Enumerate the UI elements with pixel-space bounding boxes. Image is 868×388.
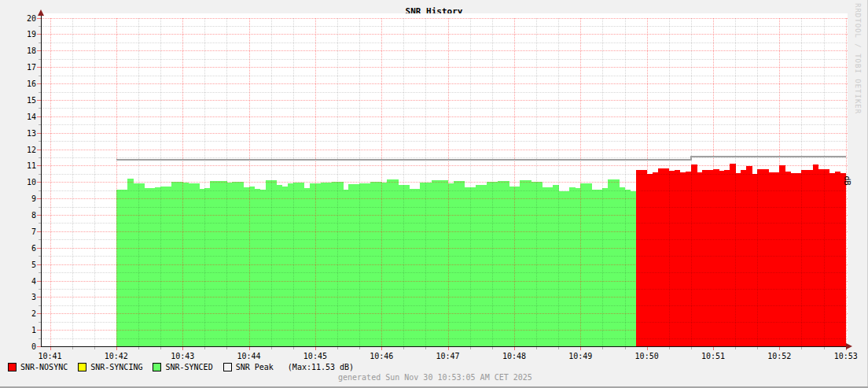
x-axis-line — [41, 346, 848, 347]
minor-gridline-h — [42, 190, 848, 191]
minor-gridline-h — [42, 174, 848, 175]
legend-item-synced: SNR-SYNCED — [153, 363, 212, 371]
x-minor-tick — [425, 347, 426, 349]
major-gridline-h — [42, 18, 848, 19]
x-minor-tick — [669, 347, 670, 349]
minor-gridline-h — [42, 42, 848, 43]
minor-gridline-h — [42, 76, 848, 76]
minor-gridline-h — [42, 108, 848, 109]
snr-peak-line — [116, 159, 691, 161]
x-tick-label: 10:45 — [303, 352, 327, 360]
major-gridline-h — [42, 281, 848, 282]
x-minor-tick — [226, 347, 227, 349]
x-minor-tick — [691, 347, 692, 349]
minor-gridline-h — [42, 26, 848, 27]
y-tick-label: 17 — [11, 63, 36, 72]
minor-gridline-v — [801, 18, 802, 346]
major-gridline-h — [42, 133, 848, 134]
y-tick-label: 6 — [11, 244, 36, 253]
major-gridline-v — [381, 18, 382, 346]
x-minor-tick — [359, 347, 360, 349]
x-major-tick — [514, 347, 515, 350]
major-gridline-h — [42, 50, 848, 51]
x-minor-tick — [625, 347, 626, 349]
minor-gridline-h — [42, 239, 848, 240]
major-gridline-h — [42, 231, 848, 232]
rrdtool-snr-graph: SNR History 0123456789101112131415161718… — [0, 0, 868, 388]
x-tick-label: 10:49 — [568, 352, 592, 360]
minor-gridline-h — [42, 338, 848, 339]
x-major-tick — [647, 347, 648, 350]
minor-gridline-h — [42, 92, 848, 93]
x-minor-tick — [403, 347, 404, 349]
x-major-tick — [713, 347, 714, 350]
minor-gridline-v — [72, 18, 73, 346]
major-gridline-v — [647, 18, 648, 346]
legend-item-syncing: SNR-SYNCING — [78, 363, 142, 371]
legend-label-peak: SNR Peak — [236, 363, 274, 371]
major-gridline-v — [249, 18, 250, 346]
minor-gridline-v — [160, 18, 161, 346]
x-minor-tick — [138, 347, 139, 349]
minor-gridline-v — [691, 18, 692, 346]
minor-gridline-v — [558, 18, 559, 346]
y-tick-label: 20 — [11, 14, 36, 23]
x-minor-tick — [72, 347, 73, 349]
x-tick-label: 10:50 — [635, 352, 659, 360]
minor-gridline-v — [226, 18, 227, 346]
x-minor-tick — [735, 347, 736, 349]
legend-label-syncing: SNR-SYNCING — [90, 363, 142, 371]
minor-gridline-v — [669, 18, 670, 346]
major-gridline-h — [42, 67, 848, 68]
minor-gridline-v — [492, 18, 493, 346]
x-major-tick — [580, 347, 581, 350]
x-tick-label: 10:47 — [436, 352, 460, 360]
x-major-tick — [249, 347, 250, 350]
x-axis-arrow-icon — [846, 343, 852, 349]
rrdtool-watermark: RRDTOOL / TOBI OETIKER — [854, 3, 862, 114]
minor-gridline-h — [42, 289, 848, 290]
minor-gridline-h — [42, 124, 848, 125]
generated-timestamp: generated Sun Nov 30 10:53:05 AM CET 202… — [338, 373, 532, 382]
x-tick-label: 10:43 — [171, 352, 194, 360]
y-tick-label: 0 — [11, 342, 36, 351]
major-gridline-h — [42, 330, 848, 331]
legend-item-peak: SNR Peak — [223, 363, 274, 371]
major-gridline-v — [315, 18, 316, 346]
minor-gridline-v — [425, 18, 426, 346]
x-minor-tick — [824, 347, 825, 349]
legend-swatch-peak — [223, 363, 232, 371]
minor-gridline-h — [42, 207, 848, 208]
major-gridline-h — [42, 297, 848, 297]
major-gridline-v — [514, 18, 515, 346]
major-gridline-h — [42, 34, 848, 35]
minor-gridline-v — [337, 18, 338, 346]
legend-item-nosync: SNR-NOSYNC — [8, 363, 68, 371]
major-gridline-h — [42, 248, 848, 249]
minor-gridline-v — [359, 18, 360, 346]
x-tick-label: 10:46 — [370, 352, 393, 360]
major-gridline-v — [580, 18, 581, 346]
minor-gridline-h — [42, 141, 848, 142]
x-tick-label: 10:53 — [834, 352, 858, 360]
minor-gridline-v — [94, 18, 95, 346]
x-major-tick — [381, 347, 382, 350]
snr-peak-line — [691, 156, 846, 157]
major-gridline-h — [42, 83, 848, 84]
minor-gridline-h — [42, 256, 848, 257]
minor-gridline-h — [42, 322, 848, 323]
y-tick-label: 1 — [11, 326, 36, 334]
x-minor-tick — [94, 347, 95, 349]
minor-gridline-v — [536, 18, 537, 346]
x-minor-tick — [558, 347, 559, 349]
minor-gridline-h — [42, 223, 848, 224]
legend-max-label: (Max:11.53 dB) — [288, 363, 354, 371]
major-gridline-h — [42, 198, 848, 199]
legend-swatch-syncing — [78, 363, 86, 371]
minor-gridline-v — [625, 18, 626, 346]
major-gridline-h — [42, 150, 848, 150]
x-minor-tick — [536, 347, 537, 349]
legend: SNR-NOSYNC SNR-SYNCING SNR-SYNCED SNR Pe… — [8, 363, 354, 371]
x-tick-label: 10:41 — [38, 352, 61, 360]
major-gridline-v — [713, 18, 714, 346]
